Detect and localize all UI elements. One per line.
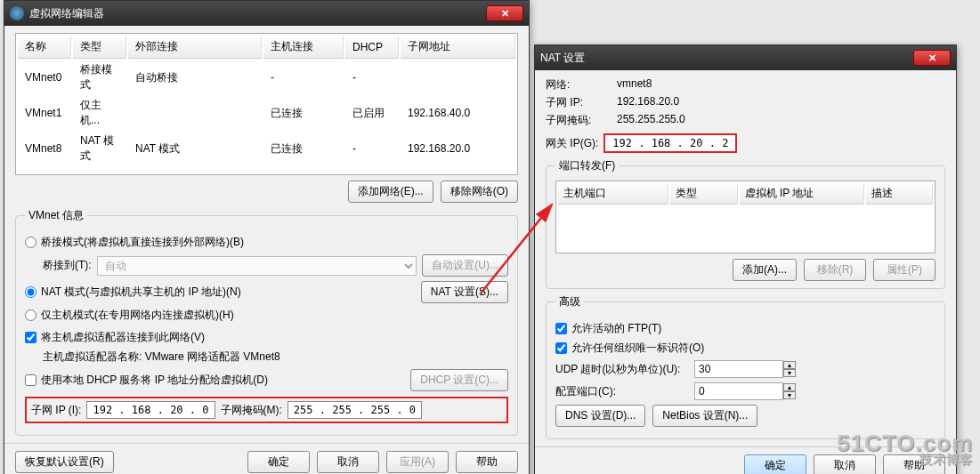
- app-icon: [10, 6, 24, 20]
- connect-host-adapter-check[interactable]: [25, 332, 36, 343]
- cell: NAT 模式: [128, 132, 262, 165]
- vmnet-info-legend: VMnet 信息: [25, 208, 87, 223]
- config-port-input[interactable]: [694, 382, 783, 400]
- watermark: 51CTO.com 技术博客: [837, 433, 973, 465]
- allow-oui-check[interactable]: [555, 342, 567, 354]
- network-row-0[interactable]: VMnet0 桥接模式 自动桥接 - -: [18, 60, 515, 94]
- network-value: vmnet8: [617, 77, 945, 92]
- nat-settings-button[interactable]: NAT 设置(S)...: [421, 281, 508, 303]
- restore-defaults-button[interactable]: 恢复默认设置(R): [15, 451, 114, 473]
- cell: 192.168.40.0: [401, 96, 515, 130]
- nat-settings-window: NAT 设置 ✕ 网络: vmnet8 子网 IP: 192.168.20.0 …: [534, 44, 957, 474]
- pf-col-desc[interactable]: 描述: [866, 183, 933, 205]
- vne-body: 名称 类型 外部连接 主机连接 DHCP 子网地址 VMnet0 桥接模式 自动…: [4, 26, 529, 443]
- netbios-settings-button[interactable]: NetBios 设置(N)...: [652, 405, 757, 427]
- vne-ok-button[interactable]: 确定: [247, 451, 310, 473]
- cell: -: [345, 60, 399, 94]
- cell: [401, 60, 515, 94]
- cell: 192.168.20.0: [401, 132, 515, 165]
- mask-value: 255.255.255.0: [617, 113, 945, 128]
- network-row-2[interactable]: VMnet8 NAT 模式 NAT 模式 已连接 - 192.168.20.0: [18, 132, 515, 165]
- cell: 桥接模式: [73, 60, 126, 94]
- cell: 自动桥接: [128, 60, 262, 94]
- advanced-fieldset: 高级 允许活动的 FTP(T) 允许任何组织唯一标识符(O) UDP 超时(以秒…: [546, 294, 945, 439]
- allow-ftp-label: 允许活动的 FTP(T): [571, 321, 661, 336]
- pf-add-button[interactable]: 添加(A)...: [733, 259, 797, 281]
- nat-mode-label: NAT 模式(与虚拟机共享主机的 IP 地址)(N): [41, 285, 241, 300]
- col-host[interactable]: 主机连接: [263, 36, 344, 59]
- gateway-label: 网关 IP(G):: [546, 136, 598, 151]
- cell: -: [263, 60, 344, 94]
- cell: 已连接: [263, 132, 344, 165]
- subnetip-label: 子网 IP:: [546, 95, 608, 110]
- pf-col-hostport[interactable]: 主机端口: [558, 183, 668, 205]
- col-ext[interactable]: 外部连接: [128, 36, 262, 59]
- vne-apply-button[interactable]: 应用(A): [386, 451, 449, 473]
- vne-cancel-button[interactable]: 取消: [317, 451, 379, 473]
- pf-remove-button[interactable]: 移除(R): [804, 259, 866, 281]
- auto-settings-button[interactable]: 自动设置(U)...: [422, 254, 508, 277]
- remove-network-button[interactable]: 移除网络(O): [441, 181, 518, 203]
- network-list-panel: 名称 类型 外部连接 主机连接 DHCP 子网地址 VMnet0 桥接模式 自动…: [15, 33, 518, 175]
- cell: VMnet1: [18, 96, 71, 130]
- virtual-network-editor-window: 虚拟网络编辑器 ✕ 名称 类型 外部连接 主机连接 DHCP 子网地址: [4, 0, 530, 474]
- config-port-spinner[interactable]: ▲▼: [783, 383, 796, 399]
- add-network-button[interactable]: 添加网络(E)...: [348, 181, 433, 203]
- cell: VMnet0: [18, 60, 71, 94]
- cell: 仅主机...: [73, 96, 126, 130]
- allow-oui-label: 允许任何组织唯一标识符(O): [571, 341, 704, 356]
- bridge-to-label: 桥接到(T):: [43, 258, 92, 273]
- cell: VMnet8: [18, 132, 71, 165]
- udp-timeout-input[interactable]: [694, 360, 783, 378]
- bridge-mode-label: 桥接模式(将虚拟机直接连接到外部网络)(B): [41, 235, 244, 250]
- nat-title: NAT 设置: [540, 51, 913, 66]
- mask-label: 子网掩码:: [546, 113, 608, 128]
- use-dhcp-check[interactable]: [25, 374, 36, 386]
- col-dhcp[interactable]: DHCP: [345, 36, 399, 59]
- nat-ok-button[interactable]: 确定: [744, 454, 806, 474]
- network-table-header-row: 名称 类型 外部连接 主机连接 DHCP 子网地址: [18, 36, 515, 59]
- pf-props-button[interactable]: 属性(P): [873, 259, 935, 281]
- use-dhcp-label: 使用本地 DHCP 服务将 IP 地址分配给虚拟机(D): [41, 373, 268, 388]
- allow-ftp-check[interactable]: [555, 323, 567, 334]
- cell: [128, 96, 262, 130]
- dhcp-settings-button[interactable]: DHCP 设置(C)...: [410, 369, 508, 391]
- port-forward-table: 主机端口 类型 虚拟机 IP 地址 描述: [555, 181, 935, 253]
- cell: -: [345, 132, 399, 165]
- port-forward-legend: 端口转发(F): [555, 158, 619, 173]
- nat-body: 网络: vmnet8 子网 IP: 192.168.20.0 子网掩码: 255…: [535, 70, 956, 446]
- hostonly-mode-radio[interactable]: [25, 309, 36, 321]
- udp-timeout-spinner[interactable]: ▲▼: [783, 361, 796, 377]
- network-row-1[interactable]: VMnet1 仅主机... 已连接 已启用 192.168.40.0: [18, 96, 515, 130]
- nat-mode-radio[interactable]: [25, 286, 36, 298]
- advanced-legend: 高级: [555, 294, 584, 309]
- bridge-mode-radio[interactable]: [25, 237, 36, 248]
- subnet-mask-label: 子网掩码(M):: [221, 403, 282, 418]
- subnet-ip-label: 子网 IP (I):: [31, 403, 81, 418]
- cell: 已连接: [263, 96, 344, 130]
- port-forward-fieldset: 端口转发(F) 主机端口 类型 虚拟机 IP 地址 描述 添加(A)... 移除…: [546, 158, 945, 289]
- bridge-to-select[interactable]: 自动: [97, 256, 417, 276]
- dns-settings-button[interactable]: DNS 设置(D)...: [555, 405, 645, 427]
- cell: 已启用: [345, 96, 399, 130]
- nat-info-grid: 网络: vmnet8 子网 IP: 192.168.20.0 子网掩码: 255…: [546, 77, 945, 128]
- vne-help-button[interactable]: 帮助: [456, 451, 518, 473]
- vne-titlebar: 虚拟网络编辑器 ✕: [4, 1, 529, 26]
- col-subnet[interactable]: 子网地址: [401, 36, 515, 59]
- subnet-ip-input[interactable]: 192 . 168 . 20 . 0: [86, 401, 215, 419]
- hostonly-mode-label: 仅主机模式(在专用网络内连接虚拟机)(H): [41, 308, 234, 323]
- vne-title: 虚拟网络编辑器: [29, 6, 486, 21]
- nat-close-button[interactable]: ✕: [913, 50, 951, 66]
- subnetip-value: 192.168.20.0: [617, 95, 945, 110]
- gateway-ip-input[interactable]: 192 . 168 . 20 . 2: [603, 133, 737, 153]
- vne-close-button[interactable]: ✕: [486, 5, 523, 21]
- host-adapter-name-label: 主机虚拟适配器名称: VMware 网络适配器 VMnet8: [43, 349, 508, 365]
- pf-col-type[interactable]: 类型: [670, 183, 737, 205]
- col-name[interactable]: 名称: [18, 36, 71, 59]
- connect-host-adapter-label: 将主机虚拟适配器连接到此网络(V): [41, 330, 205, 345]
- subnet-mask-input[interactable]: 255 . 255 . 255 . 0: [288, 401, 422, 419]
- config-port-label: 配置端口(C):: [555, 384, 689, 399]
- pf-col-vmip[interactable]: 虚拟机 IP 地址: [740, 183, 864, 205]
- udp-timeout-label: UDP 超时(以秒为单位)(U):: [555, 362, 689, 377]
- col-type[interactable]: 类型: [73, 36, 126, 59]
